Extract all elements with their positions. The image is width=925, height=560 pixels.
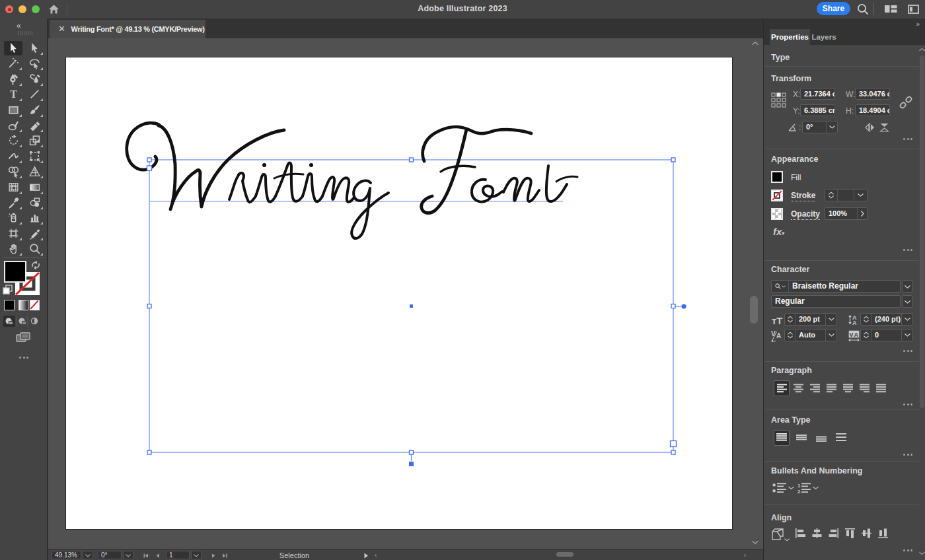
svg-text:A: A bbox=[776, 332, 781, 339]
svg-text:T: T bbox=[10, 88, 17, 100]
svg-text:A: A bbox=[854, 332, 859, 338]
svg-text:V: V bbox=[850, 332, 854, 338]
svg-text:A: A bbox=[852, 320, 857, 326]
svg-text:2: 2 bbox=[797, 489, 801, 494]
svg-text:1: 1 bbox=[797, 483, 801, 489]
